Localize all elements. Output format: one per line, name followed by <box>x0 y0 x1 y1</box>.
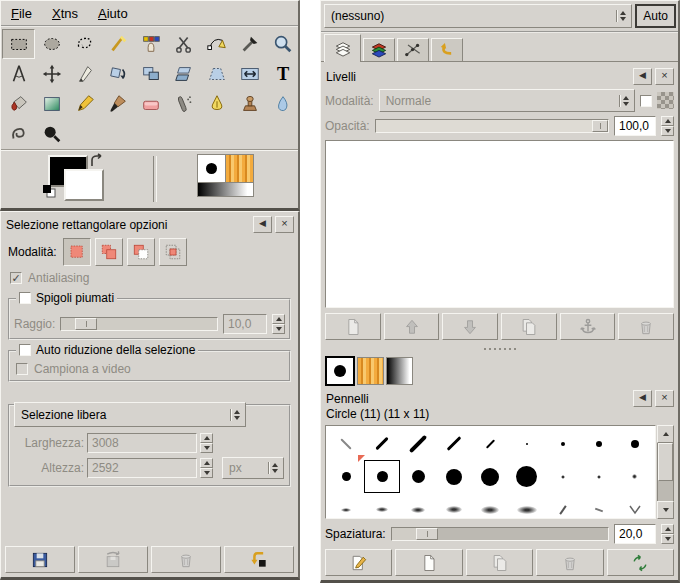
spacing-value[interactable]: 20,0 <box>614 524 656 544</box>
layers-list[interactable] <box>325 140 674 308</box>
brush-cell[interactable] <box>328 493 364 519</box>
tool-ink[interactable] <box>200 89 233 119</box>
new-layer-button[interactable] <box>325 313 381 340</box>
tool-pencil[interactable] <box>68 89 101 119</box>
layer-mode-combobox[interactable]: Normale <box>379 89 635 112</box>
duplicate-layer-button[interactable] <box>501 313 557 340</box>
brush-selector-button[interactable] <box>325 356 355 386</box>
tool-rect-select[interactable] <box>2 29 35 59</box>
brush-cell[interactable] <box>545 427 581 460</box>
refresh-brushes-button[interactable] <box>607 549 674 576</box>
sample-merged-checkbox[interactable] <box>16 363 28 375</box>
tool-shear[interactable] <box>167 59 200 89</box>
brush-cell[interactable] <box>617 427 653 460</box>
brush-cell[interactable] <box>545 493 581 519</box>
pattern-selector-button[interactable] <box>357 357 384 385</box>
tab-undo-history[interactable] <box>431 38 463 61</box>
autoshrink-checkbox[interactable] <box>19 344 31 356</box>
image-menu-combobox[interactable]: (nessuno) <box>324 4 632 28</box>
tool-eraser[interactable] <box>134 89 167 119</box>
brush-cell[interactable] <box>509 460 545 493</box>
anchor-layer-button[interactable] <box>560 313 616 340</box>
active-pattern-indicator[interactable] <box>225 154 254 183</box>
opacity-spinner[interactable] <box>661 116 674 136</box>
tool-fuzzy-select[interactable] <box>101 29 134 59</box>
brush-scrollbar[interactable] <box>657 425 674 519</box>
height-value[interactable]: 2592 <box>87 458 197 478</box>
brush-cell[interactable] <box>509 493 545 519</box>
opacity-value[interactable]: 100,0 <box>614 116 656 136</box>
brush-cell[interactable] <box>617 460 653 493</box>
tool-smudge[interactable] <box>2 119 35 149</box>
brush-cell[interactable] <box>472 427 508 460</box>
keep-transparency-checkbox[interactable] <box>640 95 652 107</box>
brushes-menu-button[interactable]: ◀ <box>633 390 652 407</box>
edit-brush-button[interactable] <box>325 549 392 576</box>
brush-cell[interactable] <box>400 427 436 460</box>
gradient-selector-button[interactable] <box>386 357 413 385</box>
tool-magnify[interactable] <box>266 29 299 59</box>
scroll-thumb[interactable] <box>658 443 673 481</box>
delete-options-button[interactable] <box>151 546 221 573</box>
background-color-swatch[interactable] <box>64 169 104 201</box>
brush-cell[interactable] <box>581 493 617 519</box>
brushes-close-button[interactable]: × <box>655 390 674 407</box>
layers-close-button[interactable]: × <box>655 68 674 85</box>
brush-cell[interactable] <box>436 460 472 493</box>
layers-menu-button[interactable]: ◀ <box>633 68 652 85</box>
unit-combobox[interactable]: px <box>222 457 284 479</box>
brush-cell[interactable] <box>472 460 508 493</box>
tool-rotate[interactable] <box>101 59 134 89</box>
width-value[interactable]: 3008 <box>87 433 197 453</box>
radius-spinner[interactable] <box>272 314 285 334</box>
spacing-slider[interactable] <box>391 527 609 541</box>
duplicate-brush-button[interactable] <box>466 549 533 576</box>
brush-cell[interactable] <box>436 427 472 460</box>
tool-crop[interactable] <box>68 59 101 89</box>
brush-cell[interactable] <box>436 493 472 519</box>
brush-cell[interactable] <box>581 460 617 493</box>
brush-cell-selected[interactable] <box>364 460 400 493</box>
brush-cell[interactable] <box>364 427 400 460</box>
delete-layer-button[interactable] <box>618 313 674 340</box>
tool-bucket-fill[interactable] <box>2 89 35 119</box>
brush-cell[interactable] <box>581 427 617 460</box>
radius-value[interactable]: 10,0 <box>223 314 267 334</box>
swap-colors-icon[interactable] <box>89 153 105 169</box>
tool-free-select[interactable] <box>68 29 101 59</box>
brush-cell[interactable] <box>328 460 364 493</box>
reset-options-button[interactable] <box>224 546 294 573</box>
tool-ellipse-select[interactable] <box>35 29 68 59</box>
raise-layer-button[interactable] <box>384 313 440 340</box>
new-brush-button[interactable] <box>395 549 462 576</box>
brush-cell[interactable] <box>617 493 653 519</box>
menu-item-file[interactable]: File <box>11 6 32 21</box>
opacity-slider[interactable] <box>375 119 609 133</box>
tool-flip[interactable] <box>233 59 266 89</box>
constraint-combobox[interactable]: Selezione libera <box>14 402 246 427</box>
tool-bezier-select[interactable] <box>200 29 233 59</box>
height-spinner[interactable] <box>200 458 213 478</box>
revert-options-button[interactable] <box>78 546 148 573</box>
tool-airbrush[interactable] <box>167 89 200 119</box>
tool-measure[interactable] <box>2 59 35 89</box>
brush-cell[interactable] <box>400 493 436 519</box>
panel-menu-button[interactable]: ◀ <box>253 216 272 233</box>
mode-intersect-button[interactable] <box>159 238 187 266</box>
tool-by-color-select[interactable] <box>134 29 167 59</box>
menu-item-xtns[interactable]: Xtns <box>52 6 78 21</box>
save-options-button[interactable] <box>5 546 75 573</box>
scroll-down-icon[interactable] <box>657 501 674 519</box>
tool-clone[interactable] <box>233 89 266 119</box>
tab-paths[interactable] <box>397 38 429 61</box>
brush-cell[interactable] <box>364 493 400 519</box>
brush-cell[interactable] <box>472 493 508 519</box>
close-button[interactable]: × <box>275 216 294 233</box>
delete-brush-button[interactable] <box>536 549 603 576</box>
tool-text[interactable]: T <box>266 59 299 89</box>
active-brush-indicator[interactable] <box>197 154 226 183</box>
mode-add-button[interactable] <box>95 238 123 266</box>
feather-checkbox[interactable] <box>19 292 31 304</box>
antialiasing-checkbox[interactable]: ✓ <box>10 272 22 284</box>
brush-cell[interactable] <box>545 460 581 493</box>
